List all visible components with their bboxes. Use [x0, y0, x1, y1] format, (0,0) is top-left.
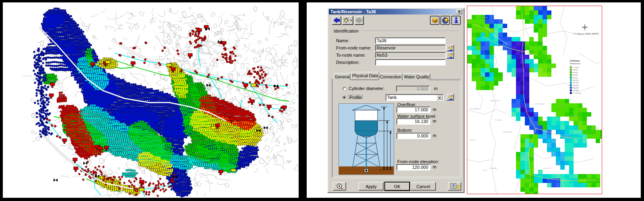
- svg-text:Contours: Contours: [570, 59, 580, 62]
- svg-text:COBENA: COBENA: [559, 105, 566, 107]
- svg-text:ALCOBENDAS: ALCOBENDAS: [535, 103, 545, 105]
- svg-text:20,000: 20,000: [573, 69, 578, 71]
- svg-text:80,000: 80,000: [573, 77, 578, 79]
- svg-text:160,000: 160,000: [573, 87, 579, 89]
- svg-text:S.S. REYES: S.S. REYES: [571, 115, 579, 117]
- svg-text:120,000: 120,000: [573, 82, 579, 84]
- svg-text:EL VELLON: EL VELLON: [470, 47, 478, 49]
- svg-text:VIEJO: VIEJO: [483, 170, 487, 171]
- svg-text:TRES CANTOS: TRES CANTOS: [523, 156, 533, 157]
- svg-text:?: ?: [452, 184, 455, 189]
- svg-text:<= 0,000: <= 0,000: [573, 66, 580, 68]
- svg-text:EL MOLAR: EL MOLAR: [495, 119, 502, 121]
- svg-text:>= 200,000: >= 200,000: [573, 92, 581, 94]
- svg-text:EL PARDO: EL PARDO: [547, 152, 555, 153]
- svg-text:100,000: 100,000: [573, 79, 579, 81]
- svg-text:LA CABRERA: LA CABRERA: [479, 17, 488, 18]
- svg-text:SAN AGUSTIN: SAN AGUSTIN: [490, 100, 500, 102]
- svg-text:DE GUADALIX: DE GUADALIX: [470, 108, 480, 110]
- svg-text:COLMENAR: COLMENAR: [489, 168, 497, 169]
- svg-text:VENTURADA: VENTURADA: [503, 131, 512, 133]
- svg-text:ALGETE: ALGETE: [470, 139, 476, 141]
- svg-text:SAZ DE JARAMA: SAZ DE JARAMA: [588, 127, 599, 129]
- svg-text:Pressure (m): Pressure (m): [570, 63, 581, 65]
- svg-text:PEDREZUELA: PEDREZUELA: [474, 75, 484, 77]
- svg-text:X,Y (Meters): 473651, 4620472: X,Y (Meters): 473651, 4620472: [574, 33, 599, 35]
- svg-text:180,000: 180,000: [573, 90, 579, 92]
- svg-text:60,000: 60,000: [573, 74, 578, 76]
- svg-text:40,000: 40,000: [573, 72, 578, 74]
- svg-text:140,000: 140,000: [573, 84, 579, 86]
- svg-text:FUENTE EL: FUENTE EL: [543, 168, 551, 169]
